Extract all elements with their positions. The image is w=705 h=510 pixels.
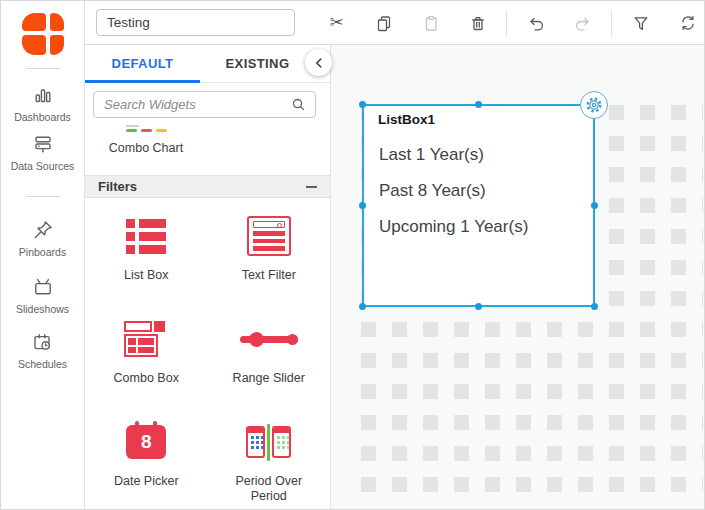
- resize-handle-n[interactable]: [475, 101, 482, 108]
- sidebar-divider: [26, 68, 60, 69]
- sidebar-item-dashboards[interactable]: Dashboards: [14, 84, 71, 123]
- sidebar-item-label: Data Sources: [11, 160, 75, 172]
- pinboards-icon: [32, 219, 54, 241]
- sidebar-item-label: Dashboards: [14, 111, 71, 123]
- widget-item-label: Range Slider: [233, 371, 305, 386]
- widget-item-label: Period Over Period: [223, 474, 315, 504]
- widget-item-label: Combo Box: [114, 371, 179, 386]
- data-sources-icon: [32, 133, 54, 155]
- collapse-section-icon[interactable]: [306, 186, 317, 188]
- resize-handle-w[interactable]: [359, 202, 366, 209]
- list-box-icon: [126, 219, 166, 254]
- app-sidebar: Dashboards Data Sources Pinboards: [1, 1, 85, 509]
- dashboards-icon: [32, 84, 54, 106]
- sidebar-item-slideshows[interactable]: Slideshows: [16, 276, 69, 315]
- date-picker-icon: 8: [126, 421, 166, 463]
- range-slider-icon: [240, 330, 298, 348]
- dashboard-designer-window: Dashboards Data Sources Pinboards: [0, 0, 705, 510]
- filter-button[interactable]: [617, 8, 664, 38]
- dashboard-name-input[interactable]: [96, 9, 295, 36]
- listbox-option[interactable]: Last 1 Year(s): [379, 137, 593, 173]
- resize-handle-sw[interactable]: [359, 303, 366, 310]
- design-canvas[interactable]: ListBox1 Last 1 Year(s) Past 8 Year(s) U…: [331, 45, 704, 509]
- brand-logo: [22, 13, 64, 55]
- widget-item-label: Text Filter: [242, 268, 296, 283]
- redo-icon: [574, 14, 592, 32]
- refresh-button[interactable]: [664, 8, 705, 38]
- resize-handle-nw[interactable]: [359, 101, 366, 108]
- widget-item-date-picker[interactable]: 8 Date Picker: [85, 418, 208, 510]
- listbox-option[interactable]: Past 8 Year(s): [379, 173, 593, 209]
- top-toolbar: ✂: [85, 1, 704, 45]
- widget-item-period-over-period[interactable]: Period Over Period: [208, 418, 331, 510]
- sidebar-item-label: Pinboards: [19, 246, 66, 258]
- chevron-left-icon: [311, 55, 327, 71]
- paste-icon: [422, 14, 440, 32]
- trash-icon: [469, 14, 487, 32]
- toolbar-separator: [506, 10, 507, 36]
- copy-icon: [375, 14, 393, 32]
- tab-existing[interactable]: EXISTING: [200, 45, 315, 82]
- widget-item-label: List Box: [124, 268, 168, 283]
- listbox-widget-title: ListBox1: [364, 106, 593, 127]
- search-icon: [290, 96, 307, 113]
- copy-button[interactable]: [360, 8, 407, 38]
- content-area: DEFAULT EXISTING: [85, 45, 704, 509]
- listbox-option[interactable]: Upcoming 1 Year(s): [379, 209, 593, 245]
- widget-settings-button[interactable]: [580, 91, 608, 119]
- filters-section-header: Filters: [85, 175, 330, 198]
- combo-chart-icon: [126, 125, 167, 132]
- main-area: ✂: [85, 1, 704, 509]
- sidebar-divider: [26, 196, 60, 197]
- listbox-widget[interactable]: ListBox1 Last 1 Year(s) Past 8 Year(s) U…: [362, 104, 595, 307]
- widget-grid: List Box Text Filter: [85, 198, 330, 510]
- widget-item-label: Combo Chart: [109, 141, 183, 155]
- toolbar-buttons: ✂: [313, 8, 705, 38]
- section-title: Filters: [98, 179, 137, 194]
- undo-icon: [527, 14, 545, 32]
- panel-tabs: DEFAULT EXISTING: [85, 45, 330, 83]
- filter-icon: [632, 14, 650, 32]
- redo-button[interactable]: [559, 8, 606, 38]
- resize-handle-s[interactable]: [475, 303, 482, 310]
- cut-icon: ✂: [329, 14, 343, 31]
- sidebar-item-label: Schedules: [18, 358, 67, 370]
- period-over-period-icon: [246, 424, 291, 461]
- delete-button[interactable]: [454, 8, 501, 38]
- resize-handle-se[interactable]: [591, 303, 598, 310]
- gear-icon: [585, 96, 603, 114]
- listbox-items: Last 1 Year(s) Past 8 Year(s) Upcoming 1…: [364, 137, 593, 245]
- widgets-panel: DEFAULT EXISTING: [85, 45, 331, 509]
- widget-item-list-box[interactable]: List Box: [85, 212, 208, 315]
- sidebar-item-schedules[interactable]: Schedules: [18, 331, 67, 370]
- combo-box-icon: [124, 321, 168, 357]
- widget-item-combo-box[interactable]: Combo Box: [85, 315, 208, 418]
- text-filter-icon: [247, 216, 291, 256]
- collapse-panel-button[interactable]: [305, 49, 332, 76]
- paste-button[interactable]: [407, 8, 454, 38]
- widget-item-combo-chart[interactable]: Combo Chart: [85, 118, 207, 175]
- slideshows-icon: [32, 276, 54, 298]
- widget-item-text-filter[interactable]: Text Filter: [208, 212, 331, 315]
- undo-button[interactable]: [512, 8, 559, 38]
- sidebar-item-label: Slideshows: [16, 303, 69, 315]
- widget-search-input[interactable]: [104, 97, 290, 112]
- widget-search-box: [93, 91, 316, 118]
- resize-handle-e[interactable]: [591, 202, 598, 209]
- toolbar-separator: [611, 10, 612, 36]
- cut-button[interactable]: ✂: [313, 8, 360, 38]
- sidebar-item-data-sources[interactable]: Data Sources: [11, 133, 75, 172]
- sidebar-item-pinboards[interactable]: Pinboards: [19, 219, 66, 258]
- schedules-icon: [31, 331, 53, 353]
- widget-item-label: Date Picker: [114, 474, 179, 489]
- widget-item-range-slider[interactable]: Range Slider: [208, 315, 331, 418]
- tab-default[interactable]: DEFAULT: [85, 45, 200, 82]
- refresh-icon: [679, 14, 697, 32]
